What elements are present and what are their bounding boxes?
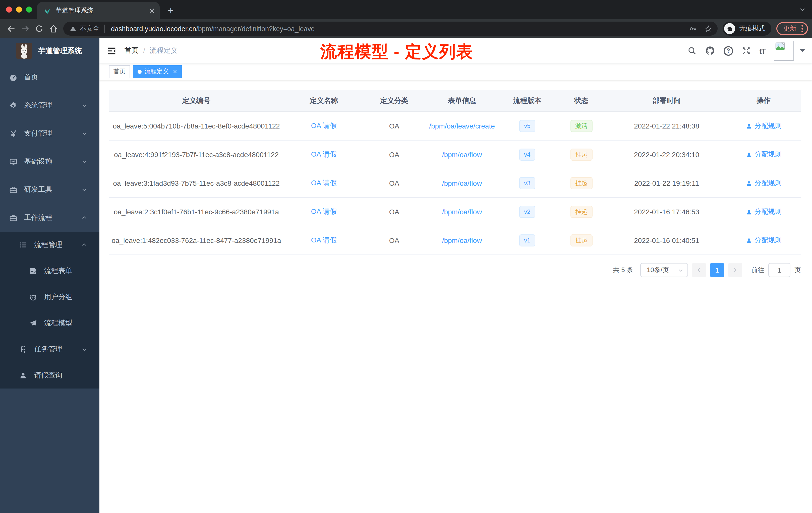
definition-name-link[interactable]: OA 请假 xyxy=(311,121,337,129)
version-badge: v4 xyxy=(519,149,535,161)
browser-tab[interactable]: 芋道管理系统 xyxy=(37,2,160,19)
version-badge: v2 xyxy=(519,206,535,218)
close-window-button[interactable] xyxy=(6,6,12,12)
sidebar-item-leave-query[interactable]: 请假查询 xyxy=(0,362,99,389)
cell-deploy-time: 2022-01-22 21:48:38 xyxy=(608,122,726,130)
definition-name-link[interactable]: OA 请假 xyxy=(311,236,337,244)
browser-tabstrip: 芋道管理系统 + xyxy=(0,0,812,19)
sidebar-item-task-mgmt[interactable]: 任务管理 xyxy=(0,336,99,362)
sidebar-item-label: 支付管理 xyxy=(24,129,81,138)
assign-rule-label: 分配规则 xyxy=(754,236,782,245)
toolbox-icon xyxy=(7,214,19,222)
assign-rule-button[interactable]: 分配规则 xyxy=(746,207,782,216)
cell-definition-id: oa_leave:3:1fad3d93-7b75-11ec-a3c8-acde4… xyxy=(109,179,284,187)
security-label[interactable]: 不安全 xyxy=(80,24,99,33)
browser-toolbar: 不安全 dashboard.yudao.iocoder.cn/bpm/manag… xyxy=(0,19,812,38)
tab-search-chevron-down-icon[interactable] xyxy=(799,6,806,13)
sidebar-item-infra[interactable]: 基础设施 xyxy=(0,148,99,176)
chevron-down-icon xyxy=(81,187,87,193)
assign-rule-label: 分配规则 xyxy=(754,121,782,130)
back-icon[interactable] xyxy=(4,22,18,36)
assign-rule-button[interactable]: 分配规则 xyxy=(746,121,782,130)
table-row: oa_leave:3:1fad3d93-7b75-11ec-a3c8-acde4… xyxy=(109,169,801,198)
assign-rule-button[interactable]: 分配规则 xyxy=(746,236,782,245)
form-link[interactable]: /bpm/oa/flow xyxy=(442,208,482,216)
goto-page-input[interactable]: 1 xyxy=(768,263,790,277)
url-path: /bpm/manager/definition?key=oa_leave xyxy=(196,25,315,32)
browser-menu-dots-icon[interactable] xyxy=(801,24,804,33)
sidebar-item-system[interactable]: 系统管理 xyxy=(0,91,99,119)
status-badge: 挂起 xyxy=(570,234,592,246)
definition-name-link[interactable]: OA 请假 xyxy=(311,207,337,215)
definition-name-link[interactable]: OA 请假 xyxy=(311,179,337,187)
cell-deploy-time: 2022-01-22 19:19:11 xyxy=(608,179,726,187)
incognito-icon xyxy=(724,23,735,34)
page-size-select[interactable]: 10条/页 xyxy=(640,263,688,277)
tag-close-icon[interactable] xyxy=(173,69,177,74)
github-icon[interactable] xyxy=(705,46,715,56)
sidebar-item-devtools[interactable]: 研发工具 xyxy=(0,176,99,204)
select-chevron-down-icon xyxy=(678,267,684,273)
table-header-row: 定义编号 定义名称 定义分类 表单信息 流程版本 状态 部署时间 操作 xyxy=(109,90,801,112)
chevron-down-icon xyxy=(81,130,87,137)
window-controls xyxy=(6,6,32,12)
breadcrumb: 首页 / 流程定义 xyxy=(124,46,178,55)
sidebar-item-process-form[interactable]: 流程表单 xyxy=(0,258,99,284)
url-text[interactable]: dashboard.yudao.iocoder.cn/bpm/manager/d… xyxy=(111,25,682,32)
status-badge: 挂起 xyxy=(570,177,592,189)
sidebar-collapse-icon[interactable] xyxy=(99,46,120,56)
definition-name-link[interactable]: OA 请假 xyxy=(311,150,337,158)
sidebar-item-label: 任务管理 xyxy=(34,345,81,354)
sidebar-item-label: 请假查询 xyxy=(34,371,87,380)
help-icon[interactable]: ? xyxy=(724,46,733,56)
reload-icon[interactable] xyxy=(32,22,46,36)
favicon-plant-icon xyxy=(43,6,51,14)
sidebar-item-process-mgmt[interactable]: 流程管理 xyxy=(0,232,99,258)
fullscreen-icon[interactable] xyxy=(742,46,751,55)
form-link[interactable]: /bpm/oa/flow xyxy=(442,236,482,244)
sidebar-item-process-model[interactable]: 流程模型 xyxy=(0,310,99,336)
assign-rule-button[interactable]: 分配规则 xyxy=(746,150,782,159)
avatar[interactable] xyxy=(774,41,794,61)
logo-rabbit-avatar xyxy=(16,43,32,59)
form-link[interactable]: /bpm/oa/flow xyxy=(442,179,482,187)
sidebar-item-home[interactable]: 首页 xyxy=(0,63,99,91)
sidebar-item-user-group[interactable]: 用户分组 xyxy=(0,284,99,310)
yen-icon xyxy=(7,129,19,138)
col-header: 定义编号 xyxy=(109,96,284,105)
page-number-button[interactable]: 1 xyxy=(710,263,724,277)
browser-update-button[interactable]: 更新 xyxy=(776,22,808,35)
next-page-button[interactable] xyxy=(728,263,742,277)
tab-close-icon[interactable] xyxy=(149,8,155,13)
minimize-window-button[interactable] xyxy=(16,6,22,12)
avatar-caret-down-icon[interactable] xyxy=(800,49,805,52)
warning-icon xyxy=(69,25,77,32)
table-row: oa_leave:5:004b710b-7b8a-11ec-8ef0-acde4… xyxy=(109,112,801,141)
sidebar-item-label: 研发工具 xyxy=(24,185,81,194)
search-icon[interactable] xyxy=(688,46,696,55)
form-link[interactable]: /bpm/oa/flow xyxy=(442,151,482,159)
robot-icon xyxy=(27,293,39,301)
sidebar-item-payment[interactable]: 支付管理 xyxy=(0,119,99,148)
font-size-icon[interactable]: tT xyxy=(759,47,765,55)
address-bar[interactable]: 不安全 dashboard.yudao.iocoder.cn/bpm/manag… xyxy=(63,22,718,36)
assign-rule-button[interactable]: 分配规则 xyxy=(746,179,782,188)
home-icon[interactable] xyxy=(46,22,60,36)
breadcrumb-separator: / xyxy=(143,47,145,55)
cell-category: OA xyxy=(364,179,424,187)
prev-page-button[interactable] xyxy=(692,263,706,277)
sidebar-item-label: 工作流程 xyxy=(24,213,81,222)
form-link[interactable]: /bpm/oa/leave/create xyxy=(429,122,495,130)
breadcrumb-home[interactable]: 首页 xyxy=(124,46,139,55)
forward-icon[interactable] xyxy=(18,22,32,36)
tag-home[interactable]: 首页 xyxy=(109,65,130,78)
tag-process-definition[interactable]: 流程定义 xyxy=(133,65,182,78)
sidebar-item-workflow[interactable]: 工作流程 xyxy=(0,204,99,232)
key-icon[interactable] xyxy=(689,24,697,33)
monitor-icon xyxy=(7,157,19,166)
cell-category: OA xyxy=(364,151,424,159)
sidebar-logo[interactable]: 芋道管理系统 xyxy=(0,38,99,63)
new-tab-button[interactable]: + xyxy=(164,3,178,18)
zoom-window-button[interactable] xyxy=(26,6,32,12)
bookmark-star-icon[interactable] xyxy=(704,24,713,33)
